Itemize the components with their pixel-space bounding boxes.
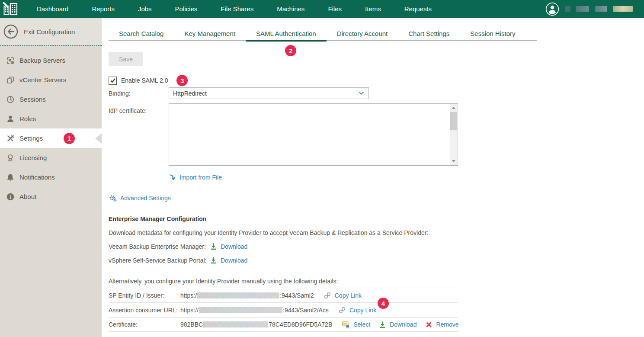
checkmark-icon	[110, 77, 116, 83]
url-prefix: https:/	[180, 292, 197, 299]
url-suffix: :9443/Saml2	[280, 292, 314, 299]
advanced-settings-link[interactable]: Advanced Settings	[109, 194, 171, 202]
idp-certificate-textarea[interactable]	[169, 103, 458, 166]
sidebar-menu: Backup Servers vCenter Servers Sessions …	[0, 46, 102, 206]
tab-chart-settings[interactable]: Chart Settings	[398, 29, 460, 40]
download-link-label: Download	[221, 243, 247, 250]
certificate-download-button[interactable]: Download	[379, 321, 417, 328]
tab-session-history[interactable]: Session History	[460, 29, 525, 40]
idp-certificate-label: IdP certificate:	[109, 103, 169, 166]
import-from-file-label: Import from File	[179, 174, 222, 181]
idp-certificate-row: IdP certificate:	[109, 103, 458, 166]
sidebar-item-licensing[interactable]: Licensing	[0, 148, 102, 167]
about-icon	[6, 193, 15, 201]
download-icon	[210, 257, 217, 264]
textarea-scrollbar[interactable]	[450, 104, 457, 165]
sidebar-item-label: Settings	[19, 135, 43, 142]
binding-dropdown[interactable]: HttpRedirect	[169, 87, 369, 99]
certificate-remove-label: Remove	[436, 321, 458, 328]
save-button[interactable]: Save	[109, 52, 143, 66]
exit-configuration-button[interactable]: Exit Configuration	[0, 18, 102, 46]
backup-servers-icon	[6, 56, 15, 65]
scroll-down-button[interactable]	[450, 157, 457, 165]
veeam-logo-icon	[3, 2, 20, 16]
em-metadata-download-row: Veeam Backup Enterprise Manager: Downloa…	[109, 243, 247, 250]
sidebar-item-label: Roles	[19, 115, 36, 122]
nav-item-files[interactable]: Files	[316, 0, 353, 18]
sidebar-item-sessions[interactable]: Sessions	[0, 90, 102, 109]
enable-saml-label: Enable SAML 2.0	[121, 77, 168, 84]
exit-configuration-label: Exit Configuration	[24, 28, 75, 35]
redacted-host	[199, 307, 282, 313]
user-name-redacted	[613, 6, 633, 12]
sidebar-item-about[interactable]: About	[0, 187, 102, 206]
scroll-up-button[interactable]	[450, 104, 457, 112]
import-arrow-icon	[168, 173, 176, 181]
certificate-select-icon	[342, 321, 350, 329]
topbar-user-area	[545, 2, 644, 16]
download-icon	[210, 243, 217, 250]
licensing-icon	[6, 154, 15, 162]
tab-search-catalog[interactable]: Search Catalog	[109, 29, 174, 40]
link-icon	[324, 292, 331, 299]
enable-saml-row: Enable SAML 2.0 3	[109, 75, 188, 86]
sidebar-item-roles[interactable]: Roles	[0, 109, 102, 128]
assertion-consumer-url-label: Assertion consumer URL:	[109, 307, 180, 314]
vsphere-metadata-download-link[interactable]: Download	[210, 257, 247, 264]
binding-label: Binding:	[109, 87, 169, 99]
nav-item-requests[interactable]: Requests	[393, 0, 443, 18]
certificate-row: Certificate: 982BBC 78C4ED8D96FD5A72B Se…	[109, 317, 458, 332]
sidebar-item-label: Backup Servers	[19, 57, 65, 64]
url-suffix: :9443/Saml2/Acs	[283, 307, 329, 314]
sidebar-item-label: About	[19, 193, 36, 200]
nav-item-jobs[interactable]: Jobs	[126, 0, 163, 18]
nav-item-policies[interactable]: Policies	[163, 0, 209, 18]
tab-directory-account[interactable]: Directory Account	[327, 29, 398, 40]
import-from-file-link[interactable]: Import from File	[168, 173, 222, 181]
certificate-label: Certificate:	[109, 321, 180, 328]
sidebar-item-vcenter-servers[interactable]: vCenter Servers	[0, 70, 102, 90]
certificate-remove-button[interactable]: Remove	[425, 321, 458, 328]
url-prefix: https://	[180, 307, 199, 314]
tab-saml-authentication[interactable]: SAML Authentication	[246, 29, 327, 40]
callout-badge-4: 4	[378, 298, 389, 309]
sidebar-item-label: vCenter Servers	[19, 76, 66, 83]
user-avatar-icon[interactable]	[545, 2, 559, 16]
copy-link-button[interactable]: Copy Link	[324, 292, 362, 299]
sidebar-item-label: Sessions	[19, 96, 46, 103]
certificate-select-button[interactable]: Select	[342, 321, 370, 329]
nav-item-machines[interactable]: Machines	[265, 0, 316, 18]
notifications-icon	[6, 173, 15, 182]
sidebar-item-label: Notifications	[19, 173, 55, 181]
nav-item-reports[interactable]: Reports	[80, 0, 126, 18]
redacted-host	[197, 292, 279, 298]
user-name-redacted	[595, 6, 607, 12]
nav-item-file-shares[interactable]: File Shares	[209, 0, 265, 18]
settings-icon	[6, 134, 15, 143]
copy-link-label: Copy Link	[335, 292, 362, 299]
manual-configuration-description: Alternatively, you configure your Identi…	[109, 278, 338, 285]
em-metadata-download-link[interactable]: Download	[210, 243, 247, 250]
chevron-down-icon	[359, 91, 364, 95]
thumbprint-prefix: 982BBC	[180, 321, 203, 328]
sidebar-item-backup-servers[interactable]: Backup Servers	[0, 51, 102, 70]
binding-selected-value: HttpRedirect	[173, 90, 207, 97]
download-link-label: Download	[221, 257, 247, 264]
sidebar-item-settings[interactable]: Settings 1	[0, 128, 102, 148]
enable-saml-checkbox[interactable]	[109, 77, 117, 85]
sp-entity-id-row: SP Entity ID / Issuer: https:/ :9443/Sam…	[109, 288, 458, 302]
sidebar-item-label: Licensing	[19, 154, 47, 161]
callout-badge-1: 1	[64, 133, 75, 144]
nav-item-items[interactable]: Items	[353, 0, 393, 18]
thumbprint-suffix: 78C4ED8D96FD5A72B	[269, 321, 332, 328]
download-icon	[379, 321, 386, 328]
top-nav-menu: Dashboard Reports Jobs Policies File Sha…	[25, 0, 443, 18]
nav-item-dashboard[interactable]: Dashboard	[25, 0, 80, 18]
redacted-thumbprint	[203, 321, 268, 327]
scrollbar-thumb[interactable]	[450, 112, 457, 130]
assertion-consumer-url-row: Assertion consumer URL: https:// :9443/S…	[109, 302, 458, 317]
copy-link-button[interactable]: Copy Link	[338, 306, 376, 314]
sidebar-item-notifications[interactable]: Notifications	[0, 167, 102, 187]
copy-link-label: Copy Link	[349, 307, 376, 314]
tab-key-management[interactable]: Key Management	[174, 29, 246, 40]
